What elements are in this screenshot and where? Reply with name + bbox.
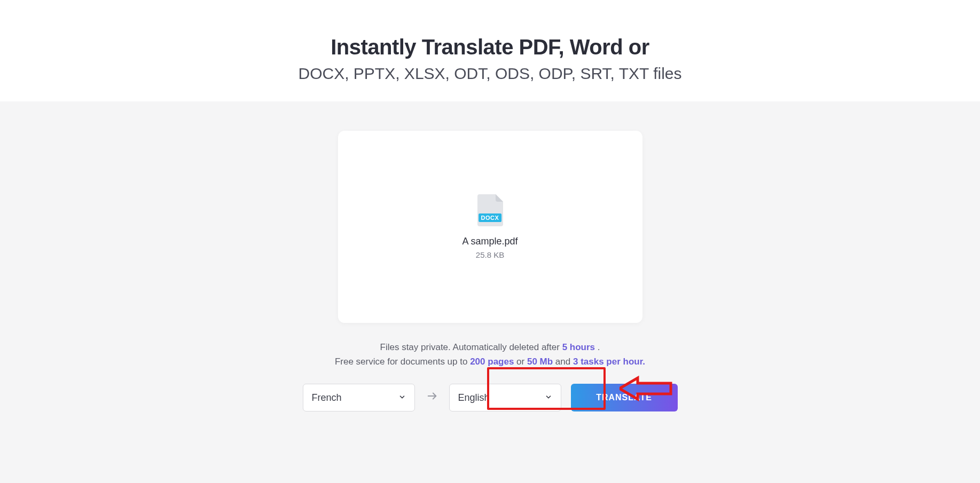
upload-card[interactable]: DOCX A sample.pdf 25.8 KB <box>338 131 642 323</box>
target-language-label: English <box>458 392 490 403</box>
source-language-select[interactable]: French <box>303 384 415 411</box>
info-text: Files stay private. Automatically delete… <box>335 340 645 369</box>
info-pages: 200 pages <box>470 357 514 367</box>
chevron-down-icon <box>398 393 406 402</box>
hero-section: Instantly Translate PDF, Word or DOCX, P… <box>0 0 980 101</box>
file-name: A sample.pdf <box>462 236 518 247</box>
chevron-down-icon <box>545 393 552 402</box>
page-title: Instantly Translate PDF, Word or <box>331 35 649 59</box>
page-subtitle: DOCX, PPTX, XLSX, ODT, ODS, ODP, SRT, TX… <box>299 65 682 83</box>
lower-section: DOCX A sample.pdf 25.8 KB Files stay pri… <box>0 101 980 483</box>
file-type-badge: DOCX <box>479 213 502 222</box>
file-size: 25.8 KB <box>476 250 504 259</box>
file-icon: DOCX <box>477 194 503 226</box>
info-rate: 3 tasks per hour. <box>573 357 645 367</box>
info-line-2: Free service for documents up to 200 pag… <box>335 354 645 369</box>
target-language-select[interactable]: English <box>449 384 561 411</box>
arrow-right-icon <box>425 390 440 405</box>
info-line-1: Files stay private. Automatically delete… <box>335 340 645 354</box>
info-retention: 5 hours <box>562 342 595 352</box>
page-root: ≈ ❝ ⅄ ⊞ 〃 🔖 🔖 🧩 ＋ ▤ 🧩 ☁ ＋ 🖌 ≈ Instantly … <box>0 0 980 483</box>
info-size: 50 Mb <box>527 357 553 367</box>
controls-row: French English TRANSLATE <box>303 384 678 411</box>
translate-button[interactable]: TRANSLATE <box>571 384 678 411</box>
source-language-label: French <box>312 392 342 403</box>
